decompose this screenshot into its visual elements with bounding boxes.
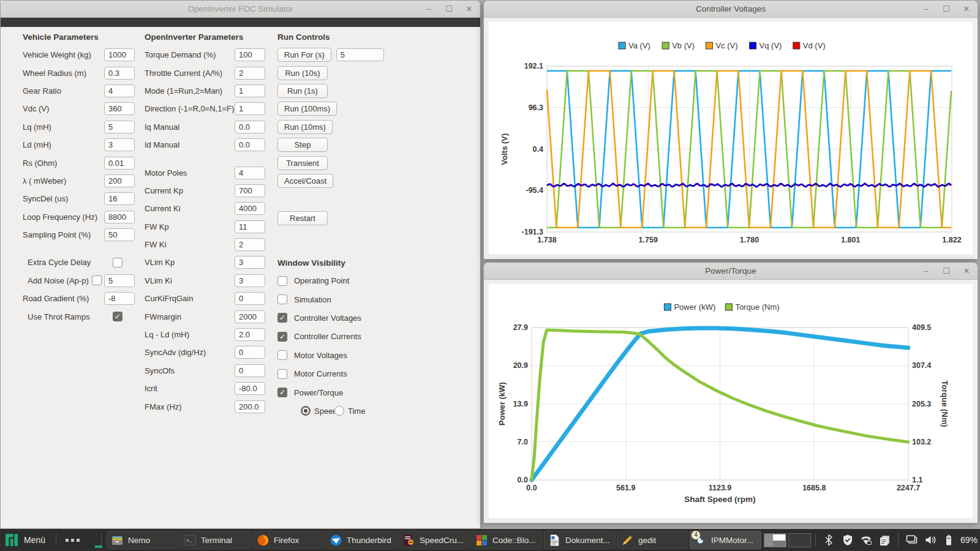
accel-coast-button[interactable]: Accel/Coast — [277, 174, 333, 188]
input-syncofs[interactable] — [235, 364, 265, 377]
input-fwmargin[interactable] — [235, 310, 265, 323]
input-syncadv-dig-hz[interactable] — [235, 346, 265, 359]
input-fmax-hz[interactable] — [235, 400, 265, 413]
battery-icon[interactable] — [943, 534, 955, 546]
shield-check-icon[interactable] — [842, 534, 854, 546]
taskbar-app-thunderbird[interactable]: Thunderbird — [325, 531, 397, 549]
param-label-current-kp: Current Kp — [145, 186, 235, 195]
minimize-icon[interactable]: – — [921, 263, 931, 280]
display-icon[interactable] — [906, 534, 918, 546]
input-id-manual[interactable] — [235, 138, 265, 151]
volume-icon[interactable] — [924, 534, 937, 546]
controller-voltages-titlebar: Controller Voltages – ☐ ✕ — [484, 1, 978, 18]
input-current-ki[interactable] — [235, 202, 265, 215]
input-lq-ld-mh[interactable] — [235, 328, 265, 341]
close-icon[interactable]: ✕ — [962, 263, 971, 280]
input-road-gradient[interactable] — [104, 292, 135, 305]
checkbox-add-noise-ap-p[interactable] — [92, 276, 102, 285]
maximize-icon[interactable]: ☐ — [941, 1, 951, 18]
input-curkifrqgain[interactable] — [235, 292, 265, 305]
input-sampling-point[interactable] — [104, 228, 135, 241]
input-loop-frequency-hz[interactable] — [104, 211, 135, 223]
param-row: Motor Poles — [145, 163, 265, 181]
checkbox-controller-currents[interactable]: ✓ — [277, 332, 287, 342]
battery-percent: 69% — [960, 535, 978, 545]
input-vdc-v[interactable] — [104, 102, 135, 115]
taskbar-app-speedcru[interactable]: SpeedCru... — [398, 531, 470, 549]
taskbar-app-terminal[interactable]: >_Terminal — [179, 531, 251, 549]
thunderbird-icon — [330, 534, 342, 547]
taskbar-app-code-blo[interactable]: Code::Blo... — [471, 531, 543, 549]
radio-time[interactable] — [334, 406, 344, 416]
minimize-icon[interactable]: – — [921, 1, 931, 18]
input-fw-ki[interactable] — [235, 238, 265, 251]
taskbar-app-ipmmotor[interactable]: 4IPMMotor... — [690, 531, 761, 549]
input-wheel-radius-m[interactable] — [104, 67, 135, 80]
run-10ms-button[interactable]: Run (10ms) — [277, 120, 333, 134]
checkbox-motor-voltages[interactable] — [277, 350, 287, 360]
input-torque-demand[interactable] — [235, 48, 265, 61]
workspace-1-button[interactable] — [764, 533, 786, 547]
input-vlim-kp[interactable] — [235, 256, 265, 269]
close-icon[interactable]: ✕ — [962, 1, 971, 18]
input-rs-ohm[interactable] — [104, 157, 135, 170]
checkbox-use-throt-ramps[interactable]: ✓ — [113, 312, 123, 321]
input-mode-1-run-2-man[interactable] — [235, 84, 265, 97]
minimize-icon[interactable]: – — [424, 1, 434, 18]
run-for-button[interactable]: Run For (s) — [277, 48, 331, 62]
param-row: SyncOfs — [145, 362, 265, 380]
menu-button[interactable]: Menü — [0, 529, 51, 551]
run-1s-button[interactable]: Run (1s) — [277, 84, 328, 98]
bluetooth-icon[interactable] — [823, 534, 835, 546]
input-ld-mh[interactable] — [104, 138, 135, 151]
svg-text:Vb (V): Vb (V) — [672, 41, 695, 50]
input-mweber[interactable] — [104, 174, 135, 187]
taskbar-app-gedit[interactable]: gedit — [617, 531, 688, 549]
checkbox-motor-currents[interactable] — [277, 369, 287, 379]
window-list-button[interactable] — [61, 539, 85, 542]
maximize-icon[interactable]: ☐ — [444, 1, 454, 18]
checkbox-operating-point[interactable] — [277, 276, 287, 286]
input-iq-manual[interactable] — [235, 121, 265, 133]
param-label-lq-mh: Lq (mH) — [23, 122, 104, 132]
checkbox-simulation[interactable] — [277, 294, 287, 304]
input-add-noise-ap-p[interactable] — [104, 274, 135, 287]
input-motor-poles[interactable] — [235, 167, 265, 179]
taskbar-app-nemo[interactable]: Nemo — [107, 531, 178, 549]
input-lq-mh[interactable] — [104, 121, 135, 133]
taskbar-app-label: Terminal — [201, 536, 232, 545]
radio-speed[interactable] — [301, 406, 311, 416]
power-torque-chart: Power (kW)Torque (Nm)27.920.913.97.00.04… — [489, 284, 973, 518]
transient-button[interactable]: Transient — [277, 156, 328, 170]
input-current-kp[interactable] — [235, 184, 265, 197]
param-row: Lq - Ld (mH) — [145, 326, 265, 343]
input-throttle-current-a[interactable] — [235, 67, 265, 80]
run-100ms-button[interactable]: Run (100ms) — [277, 102, 337, 116]
svg-text:13.9: 13.9 — [513, 400, 528, 408]
input-fw-kp[interactable] — [235, 220, 265, 233]
taskbar-app-dokument[interactable]: Dokument... — [544, 531, 616, 549]
workspace-2-button[interactable] — [788, 533, 811, 547]
checkbox-power-torque[interactable]: ✓ — [277, 388, 287, 397]
taskbar-app-firefox[interactable]: Firefox — [252, 531, 324, 549]
svg-text:Power (kW): Power (kW) — [674, 302, 715, 312]
input-icrit[interactable] — [235, 382, 265, 395]
param-row: Throttle Current (A/%) — [145, 64, 265, 81]
checkbox-extra-cycle-delay[interactable] — [113, 258, 123, 268]
run-10s-button[interactable]: Run (10s) — [277, 66, 328, 80]
input-direction-1-r-0-n-1-f[interactable] — [235, 102, 265, 115]
wifi-lock-icon[interactable] — [860, 534, 872, 546]
restart-button[interactable]: Restart — [277, 211, 328, 225]
input-gear-ratio[interactable] — [104, 84, 135, 97]
checkbox-controller-voltages[interactable]: ✓ — [277, 313, 287, 323]
input-vlim-ki[interactable] — [235, 274, 265, 287]
close-icon[interactable]: ✕ — [464, 1, 474, 18]
run-for-input[interactable] — [336, 48, 384, 61]
param-row: Use Throt Ramps✓ — [23, 307, 135, 325]
param-row: SyncDel (us) — [23, 190, 135, 208]
step-button[interactable]: Step — [277, 138, 328, 152]
notes-icon[interactable] — [878, 534, 891, 546]
maximize-icon[interactable]: ☐ — [941, 263, 951, 280]
input-vehicle-weight-kg[interactable] — [104, 48, 135, 61]
input-syncdel-us[interactable] — [104, 192, 135, 205]
